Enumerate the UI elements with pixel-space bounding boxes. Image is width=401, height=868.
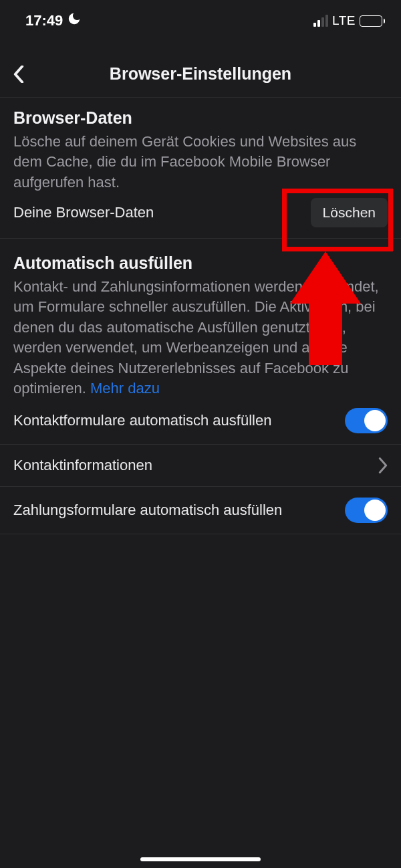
toggle-contact-forms[interactable] — [345, 408, 388, 433]
label-contact-forms: Kontaktformulare automatisch ausfüllen — [13, 411, 345, 431]
status-left: 17:49 — [25, 11, 82, 30]
section-browser-data: Browser-Daten Lösche auf deinem Gerät Co… — [0, 98, 401, 193]
section-desc-browser-data: Lösche auf deinem Gerät Cookies und Webs… — [13, 132, 388, 193]
dnd-moon-icon — [67, 11, 82, 30]
home-indicator[interactable] — [140, 857, 261, 861]
chevron-right-icon — [378, 457, 388, 473]
label-payment-forms: Zahlungsformulare automatisch ausfüllen — [13, 500, 345, 520]
battery-icon — [360, 15, 385, 27]
delete-button[interactable]: Löschen — [311, 198, 388, 227]
page-title: Browser-Einstellungen — [13, 64, 388, 84]
label-browser-data: Deine Browser-Daten — [13, 203, 311, 223]
row-payment-forms: Zahlungsformulare automatisch ausfüllen — [0, 487, 401, 534]
learn-more-link[interactable]: Mehr dazu — [90, 380, 160, 397]
row-browser-data: Deine Browser-Daten Löschen — [0, 193, 401, 239]
status-right: LTE — [313, 13, 385, 28]
signal-icon — [313, 15, 328, 27]
network-label: LTE — [332, 13, 356, 28]
row-contact-info[interactable]: Kontaktinformationen — [0, 445, 401, 487]
status-time: 17:49 — [25, 12, 63, 29]
status-bar: 17:49 LTE — [0, 0, 401, 32]
section-autofill: Automatisch ausfüllen Kontakt- und Zahlu… — [0, 239, 401, 399]
nav-bar: Browser-Einstellungen — [0, 51, 401, 98]
section-desc-autofill-text: Kontakt- und Zahlungsinformationen werde… — [13, 278, 379, 397]
section-desc-autofill: Kontakt- und Zahlungsinformationen werde… — [13, 277, 388, 399]
row-contact-forms: Kontaktformulare automatisch ausfüllen — [0, 399, 401, 445]
toggle-payment-forms[interactable] — [345, 498, 388, 523]
label-contact-info: Kontaktinformationen — [13, 455, 378, 475]
section-title-browser-data: Browser-Daten — [13, 108, 388, 128]
section-title-autofill: Automatisch ausfüllen — [13, 253, 388, 273]
